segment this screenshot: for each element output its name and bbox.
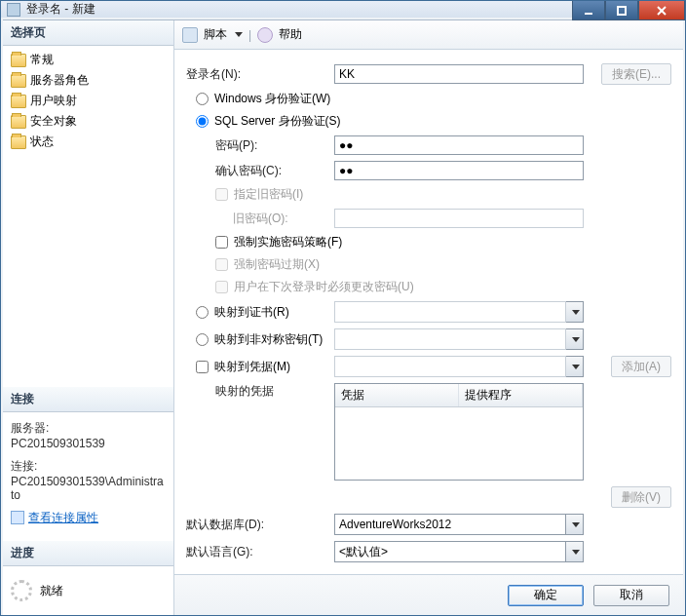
confirm-password-input[interactable]	[334, 161, 584, 180]
ok-button[interactable]: 确定	[508, 585, 584, 606]
page-icon	[11, 95, 26, 108]
dialog-footer: 确定 取消	[174, 574, 683, 615]
progress-spinner-icon	[11, 580, 32, 601]
view-connection-properties-link[interactable]: 查看连接属性	[11, 510, 98, 526]
connection-value: PC201509301539\Administrato	[11, 475, 166, 502]
script-dropdown-caret-icon[interactable]	[235, 32, 243, 37]
page-icon	[11, 115, 26, 129]
enforce-policy-label: 强制实施密码策略(F)	[234, 235, 342, 249]
sidebar-item-label: 服务器角色	[30, 72, 89, 89]
page-icon	[11, 74, 26, 88]
login-name-label: 登录名(N):	[186, 66, 334, 83]
old-password-input	[334, 209, 584, 228]
sidebar-item-label: 状态	[30, 134, 54, 150]
map-asym-radio[interactable]: 映射到非对称密钥(T)	[196, 331, 334, 348]
chevron-down-icon[interactable]	[566, 514, 584, 535]
map-cert-combo-input	[334, 301, 566, 323]
sidebar-item-label: 用户映射	[30, 93, 77, 109]
map-cred-combo-input	[334, 356, 566, 377]
windows-auth-radio[interactable]: Windows 身份验证(W)	[196, 91, 330, 107]
toolbar: 脚本 | 帮助	[174, 20, 683, 50]
login-name-input[interactable]	[334, 64, 584, 84]
form-area: 登录名(N): 搜索(E)... Windows 身份验证(W) SQL Ser…	[174, 50, 683, 574]
chevron-down-icon[interactable]	[566, 301, 584, 323]
page-icon	[11, 135, 26, 149]
sidebar-item-general[interactable]: 常规	[5, 50, 172, 70]
password-label: 密码(P):	[186, 137, 334, 154]
old-password-label: 旧密码(O):	[186, 211, 334, 227]
map-cred-label: 映射到凭据(M)	[214, 360, 290, 373]
specify-old-label: 指定旧密码(I)	[234, 187, 303, 201]
must-change-checkbox: 用户在下次登录时必须更改密码(U)	[215, 279, 414, 295]
chevron-down-icon[interactable]	[566, 541, 584, 562]
script-icon	[182, 27, 198, 43]
sidebar-item-label: 常规	[30, 52, 54, 68]
svg-rect-0	[585, 13, 592, 15]
map-asym-combo-input	[334, 328, 566, 350]
server-label: 服务器:	[11, 420, 166, 437]
window-icon	[7, 3, 20, 17]
progress-section: 就绪	[3, 566, 173, 615]
window-title: 登录名 - 新建	[26, 1, 95, 18]
script-button[interactable]: 脚本	[204, 26, 227, 43]
grid-col-provider: 提供程序	[459, 384, 583, 406]
help-icon	[257, 27, 273, 43]
help-button[interactable]: 帮助	[279, 26, 302, 43]
titlebar[interactable]: 登录名 - 新建	[1, 1, 685, 18]
map-asym-combo[interactable]	[334, 328, 584, 350]
select-page-header: 选择页	[3, 20, 173, 46]
sidebar-item-server-roles[interactable]: 服务器角色	[5, 70, 172, 91]
progress-status: 就绪	[40, 583, 63, 599]
default-lang-value[interactable]	[334, 541, 566, 562]
server-value: PC201509301539	[11, 437, 166, 450]
default-db-label: 默认数据库(D):	[186, 517, 334, 533]
connection-section: 服务器: PC201509301539 连接: PC201509301539\A…	[3, 412, 173, 532]
map-cred-checkbox[interactable]: 映射到凭据(M)	[196, 359, 334, 375]
sidebar-item-label: 安全对象	[30, 113, 77, 130]
grid-header: 凭据 提供程序	[335, 384, 583, 407]
minimize-button[interactable]	[572, 1, 605, 20]
windows-auth-label: Windows 身份验证(W)	[214, 92, 330, 105]
mapped-creds-label: 映射的凭据	[186, 383, 334, 400]
must-change-label: 用户在下次登录时必须更改密码(U)	[234, 280, 414, 293]
sidebar-item-status[interactable]: 状态	[5, 132, 172, 152]
chevron-down-icon[interactable]	[566, 356, 584, 377]
default-db-value[interactable]	[334, 514, 566, 535]
search-button[interactable]: 搜索(E)...	[601, 63, 671, 85]
sidebar-item-user-mapping[interactable]: 用户映射	[5, 91, 172, 111]
remove-button: 删除(V)	[611, 486, 671, 508]
sql-auth-label: SQL Server 身份验证(S)	[214, 114, 341, 128]
map-cert-combo[interactable]	[334, 301, 584, 323]
password-input[interactable]	[334, 135, 584, 155]
confirm-password-label: 确认密码(C):	[186, 163, 334, 179]
default-lang-combo[interactable]	[334, 541, 584, 562]
properties-icon	[11, 511, 24, 524]
map-asym-label: 映射到非对称密钥(T)	[214, 332, 323, 346]
map-cred-combo[interactable]	[334, 356, 584, 377]
sql-auth-radio[interactable]: SQL Server 身份验证(S)	[196, 113, 341, 130]
enforce-expire-label: 强制密码过期(X)	[234, 257, 320, 271]
progress-header: 进度	[3, 541, 173, 566]
mapped-creds-grid[interactable]: 凭据 提供程序	[334, 383, 584, 481]
add-button: 添加(A)	[611, 356, 671, 377]
link-text: 查看连接属性	[28, 510, 98, 526]
connection-label: 连接:	[11, 458, 166, 475]
chevron-down-icon[interactable]	[566, 328, 584, 350]
login-new-window: 登录名 - 新建 选择页 常规 服务器角色 用户映射 安全对象 状态 连接 服务…	[0, 0, 686, 616]
main-pane: 脚本 | 帮助 登录名(N): 搜索(E)... Windows 身份验证(W)…	[174, 20, 683, 615]
cancel-button[interactable]: 取消	[593, 585, 669, 606]
specify-old-password-checkbox: 指定旧密码(I)	[215, 186, 303, 203]
enforce-policy-checkbox[interactable]: 强制实施密码策略(F)	[215, 234, 342, 250]
default-db-combo[interactable]	[334, 514, 584, 535]
close-button[interactable]	[638, 1, 685, 20]
map-cert-label: 映射到证书(R)	[214, 305, 289, 319]
connection-header: 连接	[3, 387, 173, 412]
svg-rect-1	[618, 7, 626, 15]
map-cert-radio[interactable]: 映射到证书(R)	[196, 304, 334, 321]
page-icon	[11, 54, 26, 67]
maximize-button[interactable]	[605, 1, 638, 20]
default-lang-label: 默认语言(G):	[186, 544, 334, 560]
sidebar-item-securables[interactable]: 安全对象	[5, 111, 172, 132]
window-buttons	[572, 1, 685, 20]
enforce-expire-checkbox: 强制密码过期(X)	[215, 256, 320, 273]
